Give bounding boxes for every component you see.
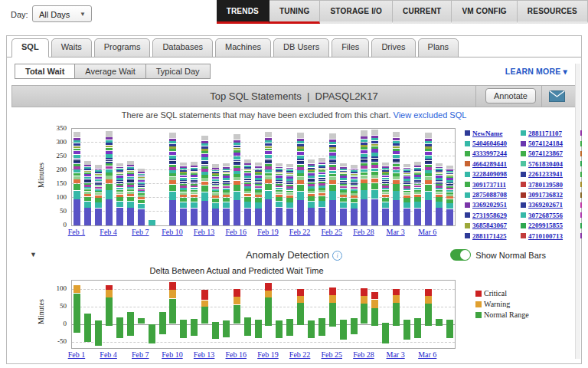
legend-label-link[interactable]: 4664289441: [472, 160, 507, 168]
stacked-bar[interactable]: [74, 132, 80, 225]
stacked-bar[interactable]: [84, 160, 91, 225]
x-axis-date-link[interactable]: Mar 6: [413, 350, 441, 359]
x-axis-date-link[interactable]: Mar 3: [382, 350, 410, 359]
stacked-bar[interactable]: [436, 163, 443, 225]
anomaly-bar-segment[interactable]: [234, 289, 240, 297]
stacked-bar[interactable]: [414, 161, 421, 225]
stacked-bar[interactable]: [138, 168, 145, 225]
anomaly-bar-segment[interactable]: [265, 291, 272, 297]
x-axis-date-link[interactable]: Feb 19: [254, 228, 282, 236]
x-axis-date-link[interactable]: Feb 19: [254, 350, 282, 359]
anomaly-bar-segment[interactable]: [201, 290, 208, 300]
stacked-bar[interactable]: [276, 163, 283, 225]
stacked-bar[interactable]: [425, 132, 432, 225]
anomaly-bar-segment[interactable]: [265, 297, 272, 325]
x-axis-date-link[interactable]: Feb 7: [126, 350, 154, 359]
annotate-button[interactable]: Annotate: [485, 88, 536, 104]
anomaly-bar-segment[interactable]: [361, 296, 368, 304]
tab-drives[interactable]: Drives: [371, 38, 415, 58]
legend-label-link[interactable]: 3228409098: [472, 170, 507, 178]
scrollbar[interactable]: [575, 64, 580, 359]
stacked-bar[interactable]: [340, 163, 347, 225]
x-axis-date-link[interactable]: Feb 25: [318, 350, 345, 359]
anomaly-bar-segment[interactable]: [234, 297, 240, 304]
anomaly-bar-segment[interactable]: [191, 319, 198, 337]
nav-resources[interactable]: RESOURCES: [518, 0, 588, 24]
anomaly-bar-segment[interactable]: [212, 322, 219, 340]
stacked-bar[interactable]: [446, 166, 453, 225]
stacked-bar[interactable]: [403, 163, 410, 225]
anomaly-bar-segment[interactable]: [74, 294, 80, 333]
learn-more-link[interactable]: LEARN MORE ▾: [505, 67, 567, 76]
anomaly-bar-segment[interactable]: [286, 319, 293, 337]
legend-label-link[interactable]: NewName: [472, 130, 503, 137]
x-axis-date-link[interactable]: Feb 4: [95, 228, 122, 236]
stacked-bar[interactable]: [149, 220, 155, 225]
tab-sql[interactable]: SQL: [11, 38, 49, 58]
anomaly-bar-segment[interactable]: [149, 324, 155, 343]
anomaly-bar-segment[interactable]: [361, 288, 368, 296]
average-wait-button[interactable]: Average Wait: [75, 64, 145, 79]
stacked-bar[interactable]: [351, 164, 358, 225]
x-axis-date-link[interactable]: Feb 28: [350, 350, 377, 359]
tab-programs[interactable]: Programs: [94, 38, 151, 58]
anomaly-bar-segment[interactable]: [446, 320, 453, 337]
anomaly-bar-segment[interactable]: [169, 282, 176, 290]
email-icon[interactable]: [549, 90, 565, 102]
anomaly-bar-segment[interactable]: [180, 320, 187, 338]
anomaly-bar-segment[interactable]: [371, 308, 378, 326]
anomaly-bar-segment[interactable]: [393, 303, 400, 325]
stacked-bar[interactable]: [106, 131, 113, 225]
x-axis-date-link[interactable]: Feb 22: [286, 350, 314, 359]
anomaly-bar-segment[interactable]: [318, 318, 325, 337]
x-axis-date-link[interactable]: Feb 7: [126, 228, 154, 236]
stacked-bar[interactable]: [223, 163, 230, 225]
legend-label-link[interactable]: 3685843067: [472, 222, 507, 229]
x-axis-date-link[interactable]: Feb 4: [95, 350, 122, 359]
anomaly-bar-segment[interactable]: [169, 290, 176, 298]
anomaly-bar-segment[interactable]: [425, 289, 432, 296]
anomaly-bar-segment[interactable]: [106, 285, 113, 290]
anomaly-bar-segment[interactable]: [436, 319, 443, 326]
anomaly-bar-segment[interactable]: [138, 318, 145, 324]
legend-label-link[interactable]: 3780139580: [528, 181, 563, 189]
legend-label-link[interactable]: 3369202671: [528, 201, 563, 209]
stacked-bar[interactable]: [329, 133, 336, 225]
anomaly-bar-segment[interactable]: [84, 314, 91, 342]
stacked-bar[interactable]: [180, 162, 187, 225]
stacked-bar[interactable]: [393, 132, 400, 225]
anomaly-bar-segment[interactable]: [308, 320, 315, 338]
anomaly-bar-segment[interactable]: [425, 304, 432, 325]
nav-tuning[interactable]: TUNING: [270, 0, 321, 24]
x-axis-date-link[interactable]: Feb 16: [222, 350, 250, 359]
legend-label-link[interactable]: 3072687556: [528, 212, 563, 219]
info-icon[interactable]: i: [332, 251, 342, 261]
x-axis-date-link[interactable]: Feb 10: [158, 228, 186, 236]
anomaly-bar-segment[interactable]: [361, 304, 368, 324]
legend-label-link[interactable]: 5761830404: [528, 160, 563, 168]
stacked-bar[interactable]: [116, 163, 123, 225]
legend-label-link[interactable]: 2209915855: [528, 222, 563, 229]
show-normal-bars-toggle[interactable]: [450, 249, 471, 261]
anomaly-bar-segment[interactable]: [329, 303, 336, 327]
legend-label-link[interactable]: 4710100713: [528, 232, 563, 240]
tab-databases[interactable]: Databases: [152, 38, 213, 58]
anomaly-bar-segment[interactable]: [106, 297, 113, 325]
x-axis-date-link[interactable]: Feb 16: [222, 228, 250, 236]
legend-label-link[interactable]: 3091736832: [528, 191, 563, 199]
stacked-bar[interactable]: [255, 162, 262, 225]
anomaly-bar-segment[interactable]: [329, 288, 336, 295]
x-axis-date-link[interactable]: Feb 22: [286, 228, 314, 236]
anomaly-bar-segment[interactable]: [393, 295, 400, 303]
x-axis-date-link[interactable]: Mar 3: [382, 228, 410, 236]
anomaly-bar-segment[interactable]: [95, 320, 102, 346]
stacked-bar[interactable]: [318, 158, 325, 225]
legend-label-link[interactable]: 5404604640: [472, 140, 507, 147]
legend-label-link[interactable]: 4333997244: [472, 150, 507, 157]
anomaly-bar-segment[interactable]: [297, 296, 304, 303]
x-axis-date-link[interactable]: Feb 25: [318, 228, 345, 236]
anomaly-bar-segment[interactable]: [169, 299, 176, 324]
anomaly-bar-segment[interactable]: [265, 283, 272, 291]
nav-vm-config[interactable]: VM CONFIG: [452, 0, 517, 24]
tab-db-users[interactable]: DB Users: [273, 38, 329, 58]
